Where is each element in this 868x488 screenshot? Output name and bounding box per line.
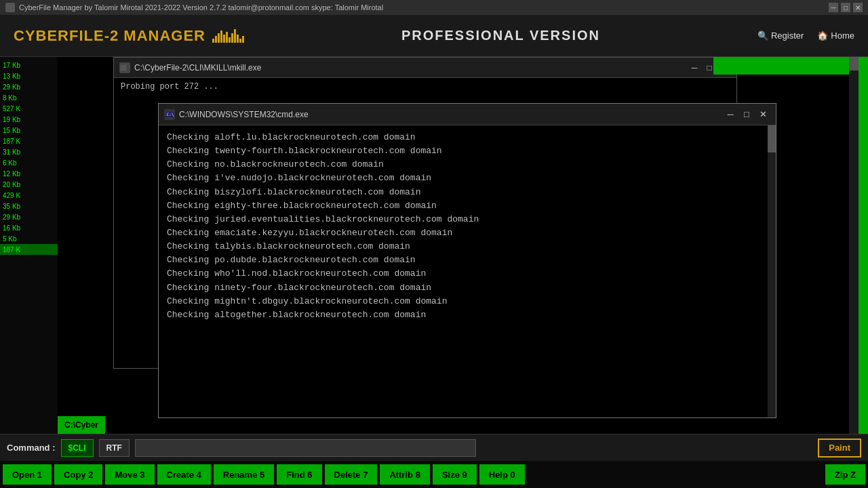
- mkill-title-text: C:\CyberFile-2\CLI\MKILL\mkill.exe: [134, 63, 684, 73]
- list-item: 6 Kb: [0, 157, 58, 168]
- list-item: 31 Kb: [0, 146, 58, 157]
- file-list-panel: 17 Kb 13 Kb 29 Kb 8 Kb 527 K 19 Kb 15 Kb…: [0, 57, 58, 434]
- app-header: CYBERFILE-2 MANAGER PROFESSIONAL VERSION…: [0, 15, 868, 57]
- create-button[interactable]: Create 4: [157, 464, 211, 485]
- rtf-button[interactable]: RTF: [99, 439, 130, 457]
- rename-button[interactable]: Rename 5: [214, 464, 274, 485]
- paint-label: Paint: [829, 443, 850, 453]
- cmd-window-controls: ─ □ ✕: [723, 107, 770, 122]
- mkill-minimize-button[interactable]: ─: [688, 61, 701, 75]
- cli-label: $CLI: [68, 443, 86, 453]
- cmd-output-line: Checking no.blackrockneurotech.com domai…: [167, 158, 768, 171]
- cmd-content: Checking aloft.lu.blackrockneurotech.com…: [159, 125, 776, 418]
- list-item: 12 Kb: [0, 168, 58, 179]
- register-label: Register: [771, 30, 804, 41]
- mkill-title-bar: C:\CyberFile-2\CLI\MKILL\mkill.exe ─ □ ✕: [114, 58, 736, 78]
- cmd-minimize-button[interactable]: ─: [723, 107, 738, 122]
- mkill-line: Probing port 272 ...: [121, 82, 730, 92]
- cli-button[interactable]: $CLI: [61, 439, 94, 457]
- minimize-button[interactable]: ─: [829, 3, 838, 12]
- cmd-output-line: Checking juried.eventualities.blackrockn…: [167, 213, 768, 226]
- cmd-scrollbar[interactable]: [768, 125, 776, 418]
- app-logo-text: CYBERFILE-2 MANAGER: [14, 27, 205, 45]
- command-input[interactable]: [135, 439, 476, 457]
- app-icon: [5, 3, 15, 12]
- right-scrollbar[interactable]: [849, 57, 859, 434]
- list-item: 527 K: [0, 103, 58, 114]
- svg-text:C:\: C:\: [167, 112, 174, 117]
- right-scrollbar-thumb[interactable]: [849, 57, 859, 70]
- home-label: Home: [831, 30, 854, 41]
- workspace: C:\CyberFile-2\CLI\MKILL\mkill.exe ─ □ ✕…: [58, 57, 868, 434]
- register-icon: 🔍: [757, 30, 768, 41]
- main-content: 17 Kb 13 Kb 29 Kb 8 Kb 527 K 19 Kb 15 Kb…: [0, 57, 868, 434]
- command-label: Command :: [7, 443, 56, 453]
- cmd-scrollbar-thumb[interactable]: [768, 125, 776, 152]
- right-status-bar: [859, 57, 868, 434]
- list-item: 5 Kb: [0, 233, 58, 244]
- list-item: 8 Kb: [0, 92, 58, 103]
- bottom-toolbar: Open 1 Copy 2 Move 3 Create 4 Rename 5 F…: [0, 461, 868, 488]
- close-button[interactable]: ✕: [853, 3, 863, 12]
- cmd-title-bar: C:\ C:\WINDOWS\SYSTEM32\cmd.exe ─ □ ✕: [159, 104, 776, 125]
- zip-button[interactable]: Zip Z: [825, 464, 865, 485]
- list-item: 35 Kb: [0, 201, 58, 211]
- cmd-output-line: Checking aloft.lu.blackrockneurotech.com…: [167, 131, 768, 144]
- cmd-output-line: Checking ninety-four.blackrockneurotech.…: [167, 281, 768, 295]
- attrib-button[interactable]: Attrib 8: [380, 464, 430, 485]
- list-item: 13 Kb: [0, 70, 58, 81]
- cmd-output-line: Checking altogether.blackrockneurotech.c…: [167, 308, 768, 322]
- cmd-maximize-button[interactable]: □: [739, 107, 754, 122]
- cmd-output-line: Checking twenty-fourth.blackrockneurotec…: [167, 144, 768, 158]
- cmd-output-line: Checking eighty-three.blackrockneurotech…: [167, 199, 768, 213]
- cmd-title-text: C:\WINDOWS\SYSTEM32\cmd.exe: [179, 110, 719, 119]
- app-header-right: 🔍 Register 🏠 Home: [757, 30, 854, 41]
- cmd-close-button[interactable]: ✕: [755, 107, 770, 122]
- list-item: 187 K: [0, 136, 58, 146]
- home-icon: 🏠: [817, 30, 828, 41]
- maximize-button[interactable]: □: [841, 3, 850, 12]
- cmd-output-line: Checking biszylofi.blackrockneurotech.co…: [167, 186, 768, 199]
- move-button[interactable]: Move 3: [105, 464, 154, 485]
- find-button[interactable]: Find 6: [277, 464, 321, 485]
- home-link[interactable]: 🏠 Home: [817, 30, 854, 41]
- svg-rect-0: [121, 64, 127, 70]
- title-bar-controls: ─ □ ✕: [829, 3, 863, 12]
- path-bar: C:\Cyber: [58, 416, 105, 434]
- status-bar-top: [713, 57, 849, 75]
- cmd-output-line: Checking po.dubde.blackrockneurotech.com…: [167, 253, 768, 267]
- cmd-output-line: Checking mightn't.dbguy.blackrockneurote…: [167, 295, 768, 308]
- list-item: 19 Kb: [0, 114, 58, 125]
- cmd-window-icon: C:\: [164, 109, 175, 120]
- app-title-center: PROFESSIONAL VERSION: [244, 28, 757, 43]
- title-bar: CyberFile Manager by Talomir Mirotal 202…: [0, 0, 868, 15]
- list-item: 429 K: [0, 190, 58, 201]
- list-item: 15 Kb: [0, 125, 58, 136]
- list-item: 20 Kb: [0, 179, 58, 190]
- help-button[interactable]: Help 0: [479, 464, 525, 485]
- rtf-label: RTF: [106, 443, 122, 453]
- copy-button[interactable]: Copy 2: [54, 464, 102, 485]
- cmd-output-line: Checking talybis.blackrockneurotech.com …: [167, 240, 768, 253]
- cmd-output-line: Checking i've.nudojo.blackrockneurotech.…: [167, 171, 768, 185]
- open-button[interactable]: Open 1: [3, 464, 52, 485]
- size-button[interactable]: Size 9: [433, 464, 477, 485]
- mkill-window-icon: [119, 62, 130, 73]
- delete-button[interactable]: Delete 7: [325, 464, 378, 485]
- list-item-active[interactable]: 187 K: [0, 244, 58, 255]
- list-item: 16 Kb: [0, 222, 58, 233]
- list-item: 17 Kb: [0, 60, 58, 70]
- path-text: C:\Cyber: [64, 420, 98, 430]
- app-logo: CYBERFILE-2 MANAGER: [14, 27, 244, 45]
- cmd-output-line: Checking emaciate.kezyyu.blackrockneurot…: [167, 226, 768, 240]
- command-area: Command : $CLI RTF Paint: [0, 434, 868, 461]
- title-bar-text: CyberFile Manager by Talomir Mirotal 202…: [19, 3, 825, 12]
- logo-bars: [212, 29, 244, 43]
- register-link[interactable]: 🔍 Register: [757, 30, 804, 41]
- cmd-output-line: Checking who'll.nod.blackrockneurotech.c…: [167, 267, 768, 281]
- list-item: 29 Kb: [0, 211, 58, 222]
- cmd-window[interactable]: C:\ C:\WINDOWS\SYSTEM32\cmd.exe ─ □ ✕ Ch…: [158, 103, 776, 418]
- list-item: 29 Kb: [0, 81, 58, 92]
- paint-button[interactable]: Paint: [818, 439, 861, 458]
